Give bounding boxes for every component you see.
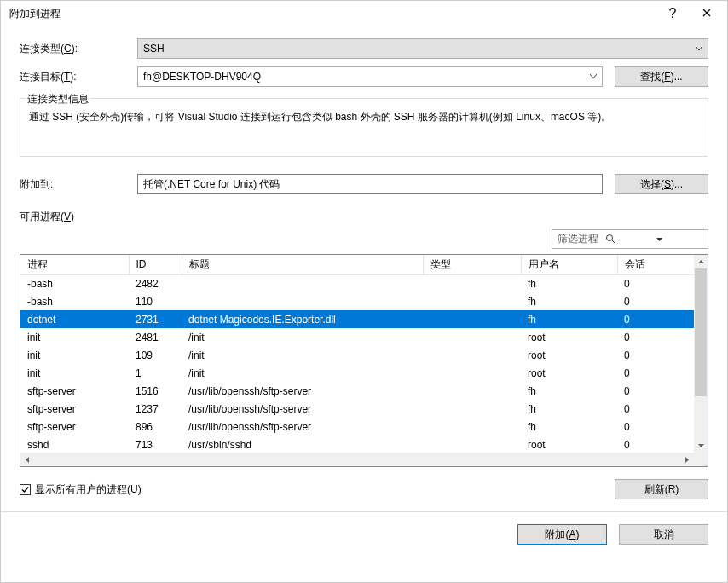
help-button[interactable]: ?: [656, 1, 690, 26]
cell-title: /usr/sbin/sshd: [182, 436, 423, 453]
attach-to-label: 附加到:: [20, 177, 137, 192]
col-user[interactable]: 用户名: [521, 255, 617, 274]
refresh-button[interactable]: 刷新(R): [615, 479, 708, 499]
separator: [1, 511, 727, 512]
titlebar-title: 附加到进程: [9, 7, 656, 21]
connection-target-select[interactable]: fh@DESKTOP-DHV904Q: [137, 66, 603, 87]
cell-title: /usr/lib/openssh/sftp-server: [182, 418, 423, 436]
chevron-down-icon: [656, 238, 704, 241]
cell-title: dotnet Magicodes.IE.Exporter.dll: [182, 310, 423, 328]
cell-type: [423, 328, 521, 346]
cell-title: /usr/lib/openssh/sftp-server: [182, 400, 423, 418]
connection-info-legend: 连接类型信息: [26, 92, 90, 107]
cell-id: 2731: [129, 310, 182, 328]
connection-target-row: 连接目标(T): fh@DESKTOP-DHV904Q 查找(F)...: [20, 66, 708, 87]
vertical-scrollbar[interactable]: [694, 255, 708, 453]
table-row[interactable]: sshd713/usr/sbin/sshdroot0: [20, 436, 694, 453]
scroll-down-icon[interactable]: [694, 439, 708, 453]
cell-proc: sftp-server: [20, 400, 129, 418]
cell-title: /usr/lib/openssh/sftp-server: [182, 382, 423, 400]
horizontal-scrollbar[interactable]: [20, 453, 694, 466]
cell-title: /init: [182, 328, 423, 346]
table-row[interactable]: init109/initroot0: [20, 346, 694, 364]
show-all-users-checkbox[interactable]: 显示所有用户的进程(U): [20, 482, 603, 497]
cell-type: [423, 310, 521, 328]
cell-id: 109: [129, 346, 182, 364]
cell-type: [423, 436, 521, 453]
cell-sess: 0: [617, 328, 694, 346]
cell-proc: -bash: [20, 292, 129, 310]
chevron-down-icon: [590, 74, 597, 79]
cell-user: root: [521, 346, 617, 364]
scroll-left-icon[interactable]: [20, 453, 34, 466]
cell-sess: 0: [617, 418, 694, 436]
cell-proc: sftp-server: [20, 382, 129, 400]
cell-sess: 0: [617, 292, 694, 310]
cell-id: 713: [129, 436, 182, 453]
cell-user: fh: [521, 382, 617, 400]
col-process[interactable]: 进程: [20, 255, 129, 274]
cell-user: fh: [521, 274, 617, 292]
table-row[interactable]: sftp-server1237/usr/lib/openssh/sftp-ser…: [20, 400, 694, 418]
cell-user: fh: [521, 292, 617, 310]
filter-row: 筛选进程: [20, 229, 708, 249]
table-row[interactable]: sftp-server896/usr/lib/openssh/sftp-serv…: [20, 418, 694, 436]
cancel-button[interactable]: 取消: [619, 524, 708, 545]
close-button[interactable]: [690, 1, 724, 26]
cell-sess: 0: [617, 436, 694, 453]
cell-id: 1: [129, 364, 182, 382]
table-row[interactable]: -bash110fh0: [20, 292, 694, 310]
cell-sess: 0: [617, 310, 694, 328]
cell-proc: sshd: [20, 436, 129, 453]
table-row[interactable]: dotnet2731dotnet Magicodes.IE.Exporter.d…: [20, 310, 694, 328]
table-row[interactable]: init2481/initroot0: [20, 328, 694, 346]
process-table-container: 进程 ID 标题 类型 用户名 会话 -bash2482fh0-bash110f…: [20, 254, 708, 467]
checkbox-icon: [20, 484, 31, 495]
search-icon: [605, 234, 653, 245]
scroll-thumb[interactable]: [695, 268, 707, 396]
select-button[interactable]: 选择(S)...: [615, 174, 708, 194]
cell-user: root: [521, 436, 617, 453]
connection-info-fieldset: 连接类型信息 通过 SSH (安全外壳)传输，可将 Visual Studio …: [20, 98, 708, 157]
connection-type-row: 连接类型(C): SSH: [20, 38, 708, 59]
connection-target-value: fh@DESKTOP-DHV904Q: [143, 71, 261, 83]
cell-proc: sftp-server: [20, 418, 129, 436]
find-button[interactable]: 查找(F)...: [615, 66, 708, 87]
cell-proc: -bash: [20, 274, 129, 292]
cell-type: [423, 418, 521, 436]
filter-placeholder: 筛选进程: [558, 232, 605, 246]
table-row[interactable]: init1/initroot0: [20, 364, 694, 382]
cell-title: /init: [182, 346, 423, 364]
connection-type-label: 连接类型(C):: [20, 42, 137, 56]
attach-button[interactable]: 附加(A): [517, 524, 607, 545]
attach-to-value: 托管(.NET Core for Unix) 代码: [137, 174, 603, 194]
cell-user: fh: [521, 418, 617, 436]
col-title[interactable]: 标题: [182, 255, 423, 274]
cell-user: root: [521, 364, 617, 382]
scroll-up-icon[interactable]: [694, 255, 708, 268]
scroll-right-icon[interactable]: [680, 453, 694, 466]
cell-type: [423, 400, 521, 418]
filter-input[interactable]: 筛选进程: [552, 229, 708, 249]
table-row[interactable]: -bash2482fh0: [20, 274, 694, 292]
help-icon: ?: [669, 6, 677, 21]
cell-id: 1237: [129, 400, 182, 418]
under-table-row: 显示所有用户的进程(U) 刷新(R): [20, 479, 708, 499]
cell-proc: dotnet: [20, 310, 129, 328]
col-type[interactable]: 类型: [423, 255, 521, 274]
connection-type-select[interactable]: SSH: [137, 38, 708, 59]
col-session[interactable]: 会话: [617, 255, 694, 274]
cell-proc: init: [20, 328, 129, 346]
close-icon: [702, 8, 711, 20]
cell-proc: init: [20, 364, 129, 382]
dialog-content: 连接类型(C): SSH 连接目标(T): fh@DESKTOP-DHV904Q…: [1, 26, 727, 582]
cell-type: [423, 274, 521, 292]
cell-sess: 0: [617, 382, 694, 400]
process-table: 进程 ID 标题 类型 用户名 会话 -bash2482fh0-bash110f…: [20, 255, 694, 453]
table-row[interactable]: sftp-server1516/usr/lib/openssh/sftp-ser…: [20, 382, 694, 400]
cell-user: root: [521, 328, 617, 346]
col-id[interactable]: ID: [129, 255, 182, 274]
connection-type-value: SSH: [143, 43, 165, 55]
cell-id: 110: [129, 292, 182, 310]
cell-user: fh: [521, 310, 617, 328]
